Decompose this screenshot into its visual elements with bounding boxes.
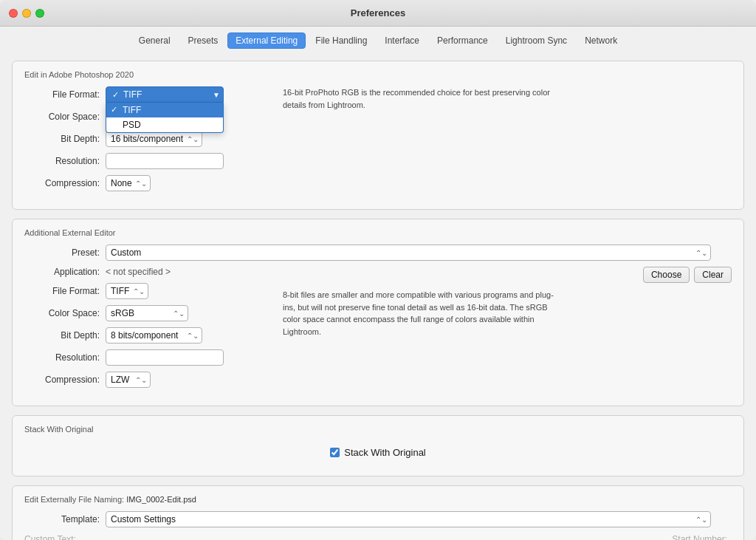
- photoshop-two-col: File Format: ✓ TIFF ▼ ✓ TIFF: [24, 86, 732, 197]
- tab-interface[interactable]: Interface: [377, 33, 427, 49]
- window-title: Preferences: [351, 7, 405, 18]
- file-format-selected-label: TIFF: [123, 89, 142, 100]
- preset-select-wrap: Custom ⌃⌄: [106, 245, 711, 261]
- content-area: Edit in Adobe Photoshop 2020 File Format…: [0, 53, 756, 540]
- ext-bit-depth-row: Bit Depth: 8 bits/component 16 bits/comp…: [24, 327, 268, 344]
- ext-bit-depth-select[interactable]: 8 bits/component 16 bits/component: [106, 327, 202, 344]
- compression-select[interactable]: None LZW: [106, 175, 151, 191]
- custom-text-label: Custom Text:: [24, 534, 80, 540]
- file-format-dropdown[interactable]: ✓ TIFF ▼ ✓ TIFF PSD: [106, 86, 224, 103]
- stack-section-title: Stack With Original: [24, 425, 732, 434]
- bit-depth-label: Bit Depth:: [24, 134, 106, 144]
- choose-button[interactable]: Choose: [643, 267, 690, 283]
- tab-performance[interactable]: Performance: [429, 33, 496, 49]
- ext-color-space-select-wrap: sRGB ProPhoto RGB ⌃⌄: [106, 305, 188, 321]
- ext-bit-depth-select-wrap: 8 bits/component 16 bits/component ⌃⌄: [106, 327, 202, 344]
- photoshop-hint: 16-bit ProPhoto RGB is the recommended c…: [283, 86, 563, 111]
- file-naming-title-text: Edit Externally File Naming:: [24, 495, 124, 504]
- ext-compression-row: Compression: LZW None ⌃⌄: [24, 372, 268, 388]
- ext-resolution-row: Resolution: 240: [24, 349, 268, 366]
- close-button[interactable]: [9, 9, 18, 18]
- filename-value: IMG_0002-Edit.psd: [126, 495, 196, 504]
- additional-two-col: Application: < not specified > File Form…: [24, 267, 732, 394]
- application-label: Application:: [24, 267, 106, 277]
- resolution-label: Resolution:: [24, 156, 106, 166]
- preset-select[interactable]: Custom: [106, 245, 711, 261]
- template-row: Template: Custom Settings ⌃⌄: [24, 511, 732, 527]
- maximize-button[interactable]: [35, 9, 44, 18]
- ext-bit-depth-label: Bit Depth:: [24, 330, 106, 341]
- ext-color-space-select[interactable]: sRGB ProPhoto RGB: [106, 305, 188, 321]
- photoshop-section-title: Edit in Adobe Photoshop 2020: [24, 70, 732, 79]
- tab-network[interactable]: Network: [577, 33, 625, 49]
- bit-depth-row: Bit Depth: 16 bits/component 8 bits/comp…: [24, 131, 268, 147]
- application-row: Application: < not specified >: [24, 267, 268, 277]
- additional-editor-section: Additional External Editor Preset: Custo…: [12, 219, 744, 406]
- color-space-label: Color Space:: [24, 112, 106, 122]
- preset-row: Preset: Custom ⌃⌄: [24, 245, 732, 261]
- compression-label: Compression:: [24, 178, 106, 188]
- ext-file-format-select-wrap: TIFF PSD ⌃⌄: [106, 283, 148, 299]
- tab-lightroom-sync[interactable]: Lightroom Sync: [498, 33, 575, 49]
- ext-compression-select[interactable]: LZW None: [106, 372, 151, 388]
- stack-checkbox-row: Stack With Original: [24, 441, 732, 464]
- check-mark-icon: ✓: [112, 90, 119, 100]
- additional-editor-title: Additional External Editor: [24, 228, 732, 237]
- titlebar: Preferences: [0, 0, 756, 27]
- ext-resolution-input[interactable]: 240: [106, 349, 224, 366]
- ext-resolution-label: Resolution:: [24, 352, 106, 363]
- file-format-list: ✓ TIFF PSD: [106, 103, 224, 133]
- tab-bar: General Presets External Editing File Ha…: [0, 27, 756, 53]
- tab-general[interactable]: General: [131, 33, 179, 49]
- tab-file-handling[interactable]: File Handling: [307, 33, 375, 49]
- file-format-selected[interactable]: ✓ TIFF: [106, 86, 224, 103]
- tab-presets[interactable]: Presets: [180, 33, 227, 49]
- preset-label: Preset:: [24, 247, 106, 258]
- stack-checkbox-label: Stack With Original: [344, 447, 426, 458]
- additional-right-col: Choose Clear 8-bit files are smaller and…: [283, 267, 732, 394]
- photoshop-right-col: 16-bit ProPhoto RGB is the recommended c…: [283, 86, 732, 197]
- clear-button[interactable]: Clear: [694, 267, 732, 283]
- ext-file-format-label: File Format:: [24, 286, 106, 296]
- stack-section: Stack With Original Stack With Original: [12, 415, 744, 476]
- ext-file-format-row: File Format: TIFF PSD ⌃⌄: [24, 283, 268, 299]
- file-format-row: File Format: ✓ TIFF ▼ ✓ TIFF: [24, 86, 268, 103]
- custom-text-field: Custom Text:: [24, 533, 378, 540]
- ext-file-format-select[interactable]: TIFF PSD: [106, 283, 148, 299]
- template-select-wrap: Custom Settings ⌃⌄: [106, 511, 711, 527]
- compression-row: Compression: None LZW ⌃⌄: [24, 175, 268, 191]
- ext-color-space-row: Color Space: sRGB ProPhoto RGB ⌃⌄: [24, 305, 268, 321]
- bottom-row: Custom Text: Start Number:: [24, 533, 732, 540]
- preferences-window: Preferences General Presets External Edi…: [0, 0, 756, 540]
- additional-left-col: Application: < not specified > File Form…: [24, 267, 268, 394]
- bit-depth-select[interactable]: 16 bits/component 8 bits/component: [106, 131, 202, 147]
- ext-compression-label: Compression:: [24, 375, 106, 385]
- window-controls: [9, 9, 44, 18]
- file-format-label: File Format:: [24, 89, 106, 100]
- compression-select-wrap: None LZW ⌃⌄: [106, 175, 151, 191]
- file-format-option-tiff[interactable]: ✓ TIFF: [106, 103, 223, 117]
- photoshop-left-col: File Format: ✓ TIFF ▼ ✓ TIFF: [24, 86, 268, 197]
- resolution-input[interactable]: 300: [106, 153, 224, 169]
- application-value: < not specified >: [106, 267, 268, 277]
- file-format-option-psd[interactable]: PSD: [106, 117, 223, 132]
- file-naming-title: Edit Externally File Naming: IMG_0002-Ed…: [24, 495, 732, 504]
- ext-color-space-label: Color Space:: [24, 308, 106, 318]
- bit-depth-select-wrap: 16 bits/component 8 bits/component ⌃⌄: [106, 131, 202, 147]
- template-select[interactable]: Custom Settings: [106, 511, 711, 527]
- start-number-field: Start Number:: [378, 533, 732, 540]
- minimize-button[interactable]: [22, 9, 31, 18]
- file-naming-section: Edit Externally File Naming: IMG_0002-Ed…: [12, 485, 744, 540]
- additional-editor-hint: 8-bit files are smaller and more compati…: [283, 289, 563, 338]
- photoshop-section: Edit in Adobe Photoshop 2020 File Format…: [12, 61, 744, 210]
- check-icon: ✓: [111, 105, 117, 115]
- stack-checkbox[interactable]: [330, 448, 340, 457]
- tab-external-editing[interactable]: External Editing: [227, 33, 306, 49]
- ext-compression-select-wrap: LZW None ⌃⌄: [106, 372, 151, 388]
- template-label: Template:: [24, 514, 106, 524]
- start-number-label: Start Number:: [672, 534, 732, 540]
- resolution-row: Resolution: 300: [24, 153, 268, 169]
